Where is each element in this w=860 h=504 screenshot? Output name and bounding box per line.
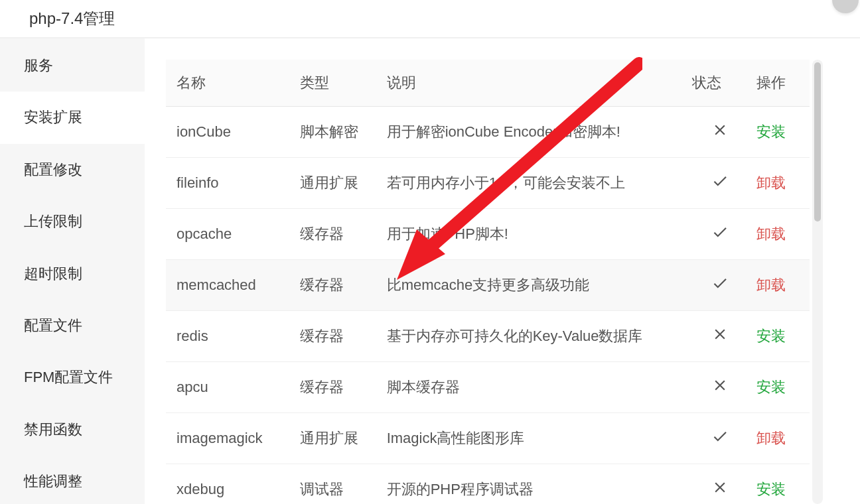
uninstall-button[interactable]: 卸载 bbox=[756, 430, 786, 446]
cell-description: 用于解密ionCube Encoder加密脚本! bbox=[376, 107, 689, 158]
table-row: redis缓存器基于内存亦可持久化的Key-Value数据库安装 bbox=[166, 311, 810, 362]
scrollbar-track[interactable] bbox=[812, 60, 823, 504]
cell-status bbox=[689, 311, 746, 362]
cell-name: opcache bbox=[166, 209, 289, 260]
sidebar-item-config-file[interactable]: 配置文件 bbox=[0, 300, 145, 351]
install-button[interactable]: 安装 bbox=[756, 123, 786, 140]
cross-icon bbox=[711, 326, 729, 343]
cell-description: 用于加速PHP脚本! bbox=[376, 209, 689, 260]
cell-status bbox=[689, 158, 746, 209]
cell-action: 卸载 bbox=[746, 158, 810, 209]
extensions-table: 名称 类型 说明 状态 操作 ionCube脚本解密用于解密ionCube En… bbox=[166, 60, 810, 504]
install-button[interactable]: 安装 bbox=[756, 328, 786, 344]
th-action: 操作 bbox=[746, 60, 810, 107]
table-header-row: 名称 类型 说明 状态 操作 bbox=[166, 60, 810, 107]
install-button[interactable]: 安装 bbox=[756, 379, 786, 395]
check-icon bbox=[711, 428, 729, 445]
cell-type: 缓存器 bbox=[289, 260, 376, 311]
cell-action: 卸载 bbox=[746, 413, 810, 464]
cell-status bbox=[689, 362, 746, 413]
cell-status bbox=[689, 107, 746, 158]
header: php-7.4管理 bbox=[0, 0, 860, 38]
cell-status bbox=[689, 464, 746, 505]
table-wrapper: 名称 类型 说明 状态 操作 ionCube脚本解密用于解密ionCube En… bbox=[166, 60, 823, 504]
check-icon bbox=[711, 172, 729, 190]
cell-type: 调试器 bbox=[289, 464, 376, 505]
table-row: memcached缓存器比memcache支持更多高级功能卸载 bbox=[166, 260, 810, 311]
uninstall-button[interactable]: 卸载 bbox=[756, 277, 786, 293]
cell-action: 安装 bbox=[746, 311, 810, 362]
table-row: ionCube脚本解密用于解密ionCube Encoder加密脚本!安装 bbox=[166, 107, 810, 158]
cross-icon bbox=[711, 121, 729, 139]
cell-name: redis bbox=[166, 311, 289, 362]
sidebar-item-perf-tuning[interactable]: 性能调整 bbox=[0, 456, 145, 504]
cell-status bbox=[689, 260, 746, 311]
cell-name: imagemagick bbox=[166, 413, 289, 464]
uninstall-button[interactable]: 卸载 bbox=[756, 225, 786, 242]
cell-description: Imagick高性能图形库 bbox=[376, 413, 689, 464]
th-name: 名称 bbox=[166, 60, 289, 107]
install-button[interactable]: 安装 bbox=[756, 481, 786, 497]
check-icon bbox=[711, 223, 729, 241]
cell-name: xdebug bbox=[166, 464, 289, 505]
cross-icon bbox=[711, 377, 729, 394]
cell-type: 通用扩展 bbox=[289, 158, 376, 209]
sidebar-item-upload-limit[interactable]: 上传限制 bbox=[0, 196, 145, 247]
cell-action: 卸载 bbox=[746, 209, 810, 260]
cell-type: 缓存器 bbox=[289, 311, 376, 362]
table-row: apcu缓存器脚本缓存器安装 bbox=[166, 362, 810, 413]
cell-description: 开源的PHP程序调试器 bbox=[376, 464, 689, 505]
page-title: php-7.4管理 bbox=[29, 8, 115, 29]
cell-action: 安装 bbox=[746, 362, 810, 413]
th-description: 说明 bbox=[376, 60, 689, 107]
sidebar-item-service[interactable]: 服务 bbox=[0, 40, 145, 92]
cell-description: 若可用内存小于1G，可能会安装不上 bbox=[376, 158, 689, 209]
th-type: 类型 bbox=[289, 60, 376, 107]
table-row: imagemagick通用扩展Imagick高性能图形库卸载 bbox=[166, 413, 810, 464]
table-row: fileinfo通用扩展若可用内存小于1G，可能会安装不上卸载 bbox=[166, 158, 810, 209]
cell-description: 基于内存亦可持久化的Key-Value数据库 bbox=[376, 311, 689, 362]
sidebar-item-fpm-config[interactable]: FPM配置文件 bbox=[0, 351, 145, 403]
cell-description: 脚本缓存器 bbox=[376, 362, 689, 413]
cell-type: 缓存器 bbox=[289, 209, 376, 260]
cell-type: 缓存器 bbox=[289, 362, 376, 413]
table-row: opcache缓存器用于加速PHP脚本!卸载 bbox=[166, 209, 810, 260]
scrollbar-thumb[interactable] bbox=[814, 62, 821, 221]
cell-name: ionCube bbox=[166, 107, 289, 158]
cell-type: 通用扩展 bbox=[289, 413, 376, 464]
check-icon bbox=[711, 275, 729, 292]
sidebar-item-config-modify[interactable]: 配置修改 bbox=[0, 144, 145, 196]
cell-name: apcu bbox=[166, 362, 289, 413]
cell-action: 安装 bbox=[746, 107, 810, 158]
cell-status bbox=[689, 209, 746, 260]
sidebar: 服务 安装扩展 配置修改 上传限制 超时限制 配置文件 FPM配置文件 禁用函数… bbox=[0, 38, 145, 504]
content-area: 名称 类型 说明 状态 操作 ionCube脚本解密用于解密ionCube En… bbox=[145, 38, 860, 504]
cell-action: 卸载 bbox=[746, 260, 810, 311]
sidebar-item-timeout-limit[interactable]: 超时限制 bbox=[0, 248, 145, 300]
sidebar-item-disabled-func[interactable]: 禁用函数 bbox=[0, 404, 145, 456]
main-container: 服务 安装扩展 配置修改 上传限制 超时限制 配置文件 FPM配置文件 禁用函数… bbox=[0, 38, 860, 504]
cell-name: memcached bbox=[166, 260, 289, 311]
uninstall-button[interactable]: 卸载 bbox=[756, 174, 786, 191]
th-status: 状态 bbox=[689, 60, 746, 107]
cell-action: 安装 bbox=[746, 464, 810, 505]
cell-description: 比memcache支持更多高级功能 bbox=[376, 260, 689, 311]
cell-type: 脚本解密 bbox=[289, 107, 376, 158]
table-row: xdebug调试器开源的PHP程序调试器安装 bbox=[166, 464, 810, 505]
cross-icon bbox=[711, 479, 729, 496]
cell-name: fileinfo bbox=[166, 158, 289, 209]
sidebar-item-install-ext[interactable]: 安装扩展 bbox=[0, 92, 145, 143]
cell-status bbox=[689, 413, 746, 464]
